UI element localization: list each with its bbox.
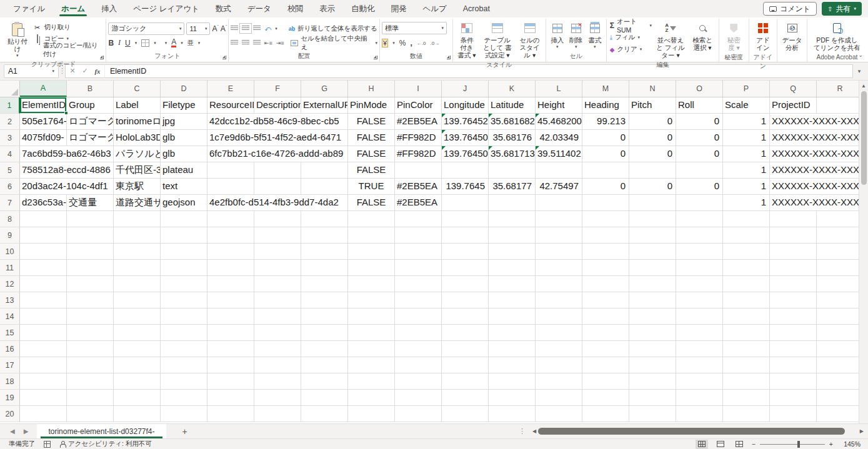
cell-I7[interactable]: #2EB5EA <box>395 195 442 211</box>
format-painter-button[interactable]: 書式のコピー/貼り付け <box>32 44 104 56</box>
column-header-J[interactable]: J <box>442 81 489 97</box>
cell-R18[interactable] <box>817 373 859 390</box>
column-header-A[interactable]: A <box>20 81 67 97</box>
column-header-B[interactable]: B <box>67 81 114 97</box>
cell-L9[interactable] <box>536 227 582 244</box>
cell-D5[interactable]: plateau <box>161 162 207 179</box>
row-header-19[interactable]: 19 <box>0 390 20 406</box>
cell-Q11[interactable] <box>770 260 817 276</box>
cell-P1[interactable]: Scale <box>723 97 770 114</box>
cell-P2[interactable]: 1 <box>723 114 770 130</box>
cell-G13[interactable] <box>301 292 348 308</box>
cell-N13[interactable] <box>629 292 676 308</box>
cell-J8[interactable] <box>442 211 489 227</box>
cell-K13[interactable] <box>489 292 536 308</box>
ribbon-tab-自動化[interactable]: 自動化 <box>343 0 383 17</box>
cell-A8[interactable] <box>20 211 67 227</box>
cell-Q4[interactable]: XXXXXX-XXXX-XXXX-XXXX <box>770 146 859 162</box>
cell-P20[interactable] <box>723 406 770 422</box>
cell-L8[interactable] <box>536 211 582 227</box>
cell-O4[interactable]: 0 <box>676 146 723 162</box>
cell-F1[interactable]: Description <box>254 97 301 114</box>
zoom-out-button[interactable]: − <box>752 440 756 448</box>
cell-N3[interactable]: 0 <box>629 130 676 146</box>
cell-E17[interactable] <box>207 357 254 373</box>
cell-J4[interactable]: 139.76450 <box>442 146 489 162</box>
cell-F17[interactable] <box>254 357 301 373</box>
font-size-select[interactable]: 11 ▾ <box>186 22 210 35</box>
cell-N19[interactable] <box>629 390 676 406</box>
phonetic-guide-button[interactable]: 亜 <box>187 39 194 47</box>
cell-M2[interactable]: 99.213 <box>582 114 629 130</box>
cell-H8[interactable] <box>348 211 395 227</box>
decrease-decimal-button[interactable]: .0→ <box>430 41 439 46</box>
paste-button[interactable]: 貼り付け ▾ <box>3 20 32 59</box>
cell-D9[interactable] <box>161 227 207 244</box>
cell-M8[interactable] <box>582 211 629 227</box>
cell-G1[interactable]: ExternalURL <box>301 97 348 114</box>
font-name-select[interactable]: 游ゴシック ▾ <box>108 22 184 35</box>
cell-M13[interactable] <box>582 292 629 308</box>
cell-M20[interactable] <box>582 406 629 422</box>
cell-K14[interactable] <box>489 308 536 325</box>
cell-G19[interactable] <box>301 390 348 406</box>
cell-E15[interactable] <box>207 325 254 341</box>
select-all-corner[interactable] <box>0 81 20 97</box>
cell-A6[interactable]: 20d3ac24-104c-4df1 <box>20 179 114 195</box>
cell-Q19[interactable] <box>770 390 817 406</box>
cell-M6[interactable]: 0 <box>582 179 629 195</box>
cell-O18[interactable] <box>676 373 723 390</box>
cell-O8[interactable] <box>676 211 723 227</box>
cell-J1[interactable]: Longitude <box>442 97 489 114</box>
cell-L4[interactable]: 39.511402 <box>536 146 582 162</box>
row-header-5[interactable]: 5 <box>0 162 20 179</box>
cell-P5[interactable]: 1 <box>723 162 770 179</box>
delete-cells-button[interactable]: 削除 ▾ <box>567 20 585 51</box>
cell-E8[interactable] <box>207 211 254 227</box>
cell-Q5[interactable]: XXXXXX-XXXX-XXXX-XXXX <box>770 162 859 179</box>
cell-B20[interactable] <box>67 406 114 422</box>
cell-M10[interactable] <box>582 244 629 260</box>
cell-M7[interactable] <box>582 195 629 211</box>
cell-Q2[interactable]: XXXXXX-XXXX-XXXX-XXXX <box>770 114 859 130</box>
cell-R11[interactable] <box>817 260 859 276</box>
increase-decimal-button[interactable]: ←.0 <box>417 41 426 46</box>
cell-A18[interactable] <box>20 373 67 390</box>
row-header-6[interactable]: 6 <box>0 179 20 195</box>
cell-J5[interactable] <box>442 162 489 179</box>
cell-J20[interactable] <box>442 406 489 422</box>
cell-E1[interactable]: ResourceID <box>207 97 254 114</box>
cell-C1[interactable]: Label <box>114 97 161 114</box>
cell-M5[interactable] <box>582 162 629 179</box>
cell-L17[interactable] <box>536 357 582 373</box>
cell-B19[interactable] <box>67 390 114 406</box>
cell-F6[interactable] <box>254 179 301 195</box>
cell-L13[interactable] <box>536 292 582 308</box>
cell-K18[interactable] <box>489 373 536 390</box>
cell-H6[interactable]: TRUE <box>348 179 395 195</box>
row-header-20[interactable]: 20 <box>0 406 20 422</box>
increase-indent-button[interactable]: ⇥≡ <box>276 40 284 46</box>
cell-Q16[interactable] <box>770 341 817 357</box>
cell-L12[interactable] <box>536 276 582 292</box>
cell-K9[interactable] <box>489 227 536 244</box>
column-header-P[interactable]: P <box>723 81 770 97</box>
sort-filter-button[interactable]: AZ 並べ替えと フィルター ▾ <box>653 20 688 60</box>
cell-P16[interactable] <box>723 341 770 357</box>
cell-C20[interactable] <box>114 406 161 422</box>
alignment-dialog-launcher[interactable] <box>373 55 379 61</box>
comments-button[interactable]: コメント <box>763 2 817 16</box>
cell-L3[interactable]: 42.03349 <box>536 130 582 146</box>
cell-I16[interactable] <box>395 341 442 357</box>
cell-D14[interactable] <box>161 308 207 325</box>
cell-I5[interactable] <box>395 162 442 179</box>
cell-G15[interactable] <box>301 325 348 341</box>
cell-R10[interactable] <box>817 244 859 260</box>
cell-D16[interactable] <box>161 341 207 357</box>
cell-B15[interactable] <box>67 325 114 341</box>
column-header-M[interactable]: M <box>582 81 629 97</box>
cell-D17[interactable] <box>161 357 207 373</box>
row-header-12[interactable]: 12 <box>0 276 20 292</box>
cell-D12[interactable] <box>161 276 207 292</box>
cell-H20[interactable] <box>348 406 395 422</box>
